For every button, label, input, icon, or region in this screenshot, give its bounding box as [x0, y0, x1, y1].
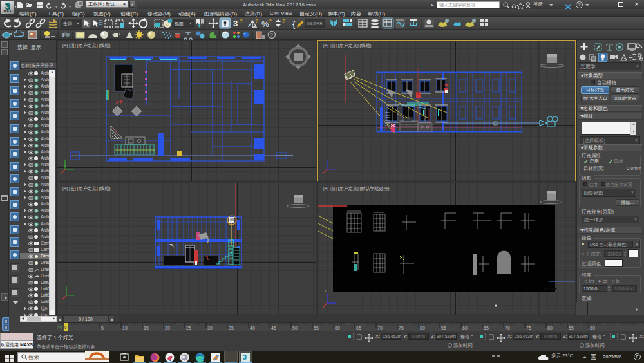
svg-text:25: 25 [186, 326, 191, 330]
svg-text:75: 75 [399, 326, 404, 330]
svg-text:65: 65 [484, 326, 489, 330]
svg-text:全部: 全部 [63, 21, 72, 26]
svg-text:65: 65 [356, 326, 361, 330]
svg-text:z: z [325, 288, 327, 292]
svg-text:15: 15 [144, 326, 149, 330]
svg-text:55: 55 [314, 326, 319, 330]
svg-text:?: ? [270, 32, 274, 38]
svg-text:10: 10 [122, 326, 128, 330]
svg-text:45: 45 [271, 326, 276, 330]
svg-text:80: 80 [420, 326, 425, 330]
svg-text:3: 3 [243, 353, 247, 361]
svg-text:I%: I% [57, 325, 62, 330]
svg-text:60: 60 [590, 326, 595, 330]
svg-text:75: 75 [526, 326, 531, 330]
svg-text:80: 80 [547, 326, 553, 330]
svg-text:40: 40 [250, 326, 255, 330]
svg-text:{: { [292, 19, 296, 29]
svg-text:50: 50 [292, 326, 298, 330]
svg-text:30: 30 [207, 326, 213, 330]
svg-text:?: ? [282, 18, 285, 24]
svg-text:3: 3 [233, 19, 238, 28]
svg-text:5: 5 [101, 326, 104, 330]
svg-text:55: 55 [569, 326, 574, 330]
svg-text:?: ? [240, 18, 243, 24]
svg-text:60: 60 [335, 326, 340, 330]
svg-text:?: ? [255, 18, 258, 24]
svg-text:视图: 视图 [175, 21, 184, 26]
svg-text:35: 35 [229, 326, 234, 330]
svg-text:70: 70 [377, 326, 383, 330]
svg-text:20: 20 [165, 326, 170, 330]
svg-text:70: 70 [505, 326, 510, 330]
svg-text:60: 60 [462, 326, 468, 330]
svg-text:55: 55 [441, 326, 446, 330]
svg-text:?: ? [269, 18, 272, 24]
